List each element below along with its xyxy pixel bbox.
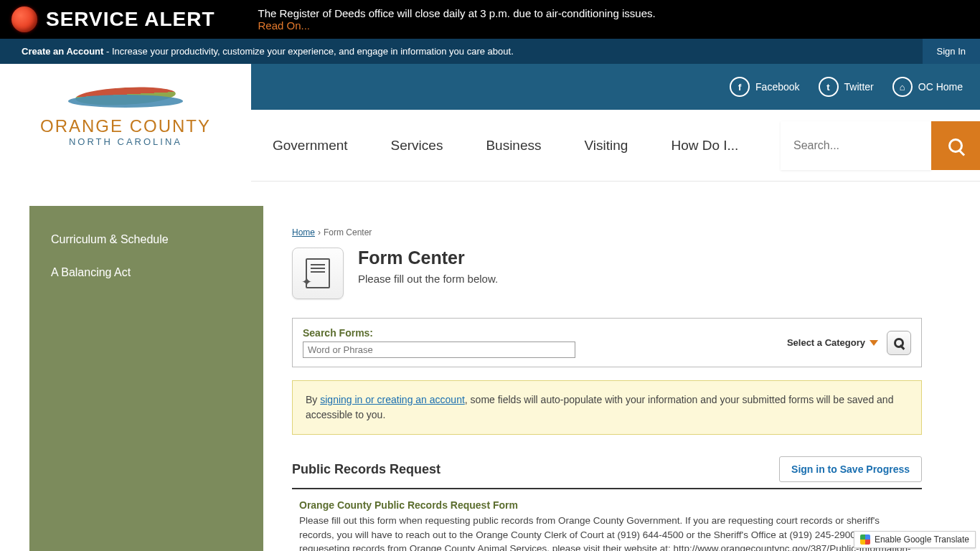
search-icon — [948, 138, 963, 153]
nav-how-do-i[interactable]: How Do I... — [671, 138, 738, 154]
breadcrumb-home[interactable]: Home — [292, 227, 315, 237]
sign-in-button[interactable]: Sign In — [923, 39, 980, 64]
nav-visiting[interactable]: Visiting — [585, 138, 628, 154]
search-forms-button[interactable] — [887, 331, 911, 355]
logo-line1: ORANGE COUNTY — [40, 116, 211, 136]
nav-services[interactable]: Services — [391, 138, 443, 154]
page-title: Form Center — [358, 248, 498, 268]
search-forms-input[interactable] — [303, 342, 575, 358]
facebook-icon: f — [730, 77, 750, 97]
social-twitter[interactable]: t Twitter — [819, 77, 874, 97]
home-icon: ⌂ — [892, 77, 913, 97]
social-facebook[interactable]: f Facebook — [730, 77, 799, 97]
alert-title: SERVICE ALERT — [46, 8, 215, 31]
logo-swoosh-icon — [68, 82, 183, 110]
form-description: Please fill out this form when requestin… — [299, 514, 915, 551]
social-label: OC Home — [918, 81, 963, 93]
alert-body: The Register of Deeds office will close … — [258, 7, 655, 19]
signin-create-link[interactable]: signing in or creating an account — [320, 394, 465, 405]
google-icon — [860, 534, 870, 545]
search-button[interactable] — [931, 121, 980, 170]
breadcrumb: Home›Form Center — [292, 227, 922, 237]
nav-government[interactable]: Government — [273, 138, 348, 154]
social-oc-home[interactable]: ⌂ OC Home — [892, 77, 963, 97]
site-search — [781, 121, 980, 170]
form-title: Public Records Request — [292, 462, 440, 477]
google-translate-button[interactable]: Enable Google Translate — [854, 531, 976, 548]
search-icon — [894, 338, 904, 348]
logo-line2: NORTH CAROLINA — [69, 136, 182, 147]
form-center-icon — [292, 248, 344, 299]
nav-business[interactable]: Business — [486, 138, 541, 154]
document-wand-icon — [306, 258, 330, 288]
form-subheading: Orange County Public Records Request For… — [299, 499, 915, 511]
service-alert-bar: SERVICE ALERT The Register of Deeds offi… — [0, 0, 980, 39]
save-progress-button[interactable]: Sign in to Save Progress — [779, 456, 922, 482]
left-sidebar: Curriculum & Schedule A Balancing Act — [29, 206, 263, 551]
signin-info-box: By signing in or creating an account, so… — [292, 380, 922, 435]
social-label: Facebook — [755, 81, 799, 93]
select-category-dropdown[interactable]: Select a Category — [787, 337, 878, 348]
page-header: Form Center Please fill out the form bel… — [292, 248, 922, 299]
chevron-down-icon — [870, 340, 878, 346]
signin-strip: Create an Account - Increase your produc… — [0, 39, 980, 64]
site-logo[interactable]: ORANGE COUNTY NORTH CAROLINA — [0, 64, 251, 182]
create-account-link[interactable]: Create an Account — [22, 46, 103, 57]
form-body: Orange County Public Records Request For… — [292, 499, 922, 551]
alert-read-on-link[interactable]: Read On... — [258, 19, 310, 32]
twitter-icon: t — [819, 77, 839, 97]
sidebar-item-curriculum[interactable]: Curriculum & Schedule — [29, 223, 263, 256]
search-input[interactable] — [781, 121, 931, 170]
page-subtitle: Please fill out the form below. — [358, 273, 498, 285]
search-forms-box: Search Forms: Select a Category — [292, 318, 922, 367]
create-account-text: Create an Account - Increase your produc… — [22, 46, 514, 57]
sidebar-item-balancing[interactable]: A Balancing Act — [29, 256, 263, 289]
search-forms-label: Search Forms: — [303, 327, 778, 339]
alert-icon — [11, 6, 37, 32]
main-content: Curriculum & Schedule A Balancing Act Ho… — [29, 206, 951, 551]
content-area: Home›Form Center Form Center Please fill… — [263, 206, 951, 551]
header: ORANGE COUNTY NORTH CAROLINA f Facebook … — [0, 64, 980, 182]
social-label: Twitter — [844, 81, 874, 93]
main-nav: Government Services Business Visiting Ho… — [251, 110, 980, 182]
social-row: f Facebook t Twitter ⌂ OC Home — [251, 64, 980, 110]
breadcrumb-current: Form Center — [324, 227, 372, 237]
form-header-row: Public Records Request Sign in to Save P… — [292, 456, 922, 489]
